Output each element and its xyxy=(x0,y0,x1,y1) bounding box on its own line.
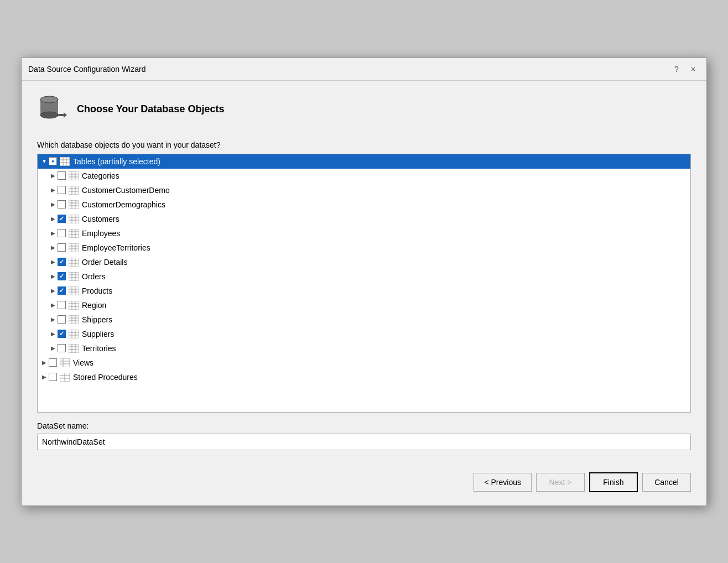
title-bar-buttons: ? × xyxy=(670,62,700,76)
cancel-button[interactable]: Cancel xyxy=(642,473,691,492)
expander-orders[interactable]: ▶ xyxy=(49,272,58,281)
label-orders: Orders xyxy=(82,272,106,281)
finish-button[interactable]: Finish xyxy=(589,472,638,492)
expander-customercustomerdemo[interactable]: ▶ xyxy=(49,186,58,195)
help-button[interactable]: ? xyxy=(670,62,683,76)
svg-rect-16 xyxy=(69,186,79,195)
svg-rect-46 xyxy=(69,272,79,281)
expander-storedprocedures[interactable]: ▶ xyxy=(40,373,49,382)
expander-shippers[interactable]: ▶ xyxy=(49,315,58,324)
dialog-content: Choose Your Database Objects Which datab… xyxy=(22,81,706,461)
tree-item-customercustomerdemo[interactable]: ▶ CustomerCustomerDemo xyxy=(38,183,690,197)
views-icon xyxy=(59,358,70,368)
label-categories: Categories xyxy=(82,171,119,180)
svg-point-2 xyxy=(40,112,58,118)
tree-item-employeeterritories[interactable]: ▶ EmployeeTerritories xyxy=(38,241,690,255)
tree-item-customerdemographics[interactable]: ▶ CustomerDemographics xyxy=(38,197,690,212)
expander-tables[interactable]: ▼ xyxy=(40,157,49,166)
checkbox-customerdemographics[interactable] xyxy=(58,200,66,208)
checkbox-employeeterritories[interactable] xyxy=(58,243,66,252)
expander-views[interactable]: ▶ xyxy=(40,358,49,367)
checkbox-shippers[interactable] xyxy=(58,315,66,324)
checkbox-products[interactable] xyxy=(58,286,66,295)
expander-customers[interactable]: ▶ xyxy=(49,215,58,223)
expander-employees[interactable]: ▶ xyxy=(49,229,58,238)
storedprocedures-icon xyxy=(59,372,70,382)
expander-categories[interactable]: ▶ xyxy=(49,171,58,180)
tree-item-territories[interactable]: ▶ Territories xyxy=(38,341,690,356)
next-button[interactable]: Next > xyxy=(536,473,585,492)
database-icon xyxy=(37,94,68,125)
label-customers: Customers xyxy=(82,215,119,223)
previous-button[interactable]: < Previous xyxy=(474,473,532,492)
checkbox-customers[interactable] xyxy=(58,215,66,223)
checkbox-employees[interactable] xyxy=(58,229,66,237)
svg-rect-71 xyxy=(69,344,79,353)
table-icon-suppliers xyxy=(68,329,79,339)
tree-item-orderdetails[interactable]: ▶ Order Details xyxy=(38,255,690,269)
dataset-section: DataSet name: xyxy=(37,421,691,450)
tree-item-views[interactable]: ▶ Views xyxy=(38,356,690,370)
table-icon-orders xyxy=(68,272,79,282)
dialog-footer: < Previous Next > Finish Cancel xyxy=(22,461,706,505)
table-icon-customerdemographics xyxy=(68,200,79,210)
tree-item-employees[interactable]: ▶ Employees xyxy=(38,226,690,241)
table-icon-customercustomerdemo xyxy=(68,185,79,195)
tables-icon xyxy=(59,157,70,166)
label-shippers: Shippers xyxy=(82,315,112,324)
svg-rect-76 xyxy=(60,358,70,367)
dataset-label: DataSet name: xyxy=(37,421,691,430)
svg-rect-11 xyxy=(69,171,79,180)
dataset-name-input[interactable] xyxy=(37,434,691,450)
label-region: Region xyxy=(82,301,106,310)
checkbox-categories[interactable] xyxy=(58,171,66,180)
label-customercustomerdemo: CustomerCustomerDemo xyxy=(82,186,170,195)
expander-territories[interactable]: ▶ xyxy=(49,344,58,353)
dialog-window: Data Source Configuration Wizard ? × xyxy=(21,58,707,506)
tables-label: Tables (partially selected) xyxy=(73,157,160,166)
expander-orderdetails[interactable]: ▶ xyxy=(49,258,58,267)
checkbox-views[interactable] xyxy=(49,358,57,367)
svg-rect-36 xyxy=(69,243,79,252)
table-icon-employeeterritories xyxy=(68,243,79,253)
tree-item-shippers[interactable]: ▶ Shippers xyxy=(38,312,690,327)
tree-item-products[interactable]: ▶ Products xyxy=(38,284,690,298)
svg-rect-6 xyxy=(60,157,70,166)
question-label: Which database objects do you want in yo… xyxy=(37,140,691,149)
tree-root-tables[interactable]: ▼ Tables (partially selected) xyxy=(38,154,690,169)
tree-item-categories[interactable]: ▶ Categories xyxy=(38,169,690,183)
checkbox-customercustomerdemo[interactable] xyxy=(58,186,66,194)
tree-item-customers[interactable]: ▶ Customers xyxy=(38,212,690,226)
header-area: Choose Your Database Objects xyxy=(37,94,691,125)
database-objects-tree[interactable]: ▼ Tables (partially selected) ▶ xyxy=(37,154,691,413)
tree-item-region[interactable]: ▶ Region xyxy=(38,298,690,312)
svg-rect-21 xyxy=(69,200,79,209)
checkbox-orders[interactable] xyxy=(58,272,66,280)
svg-rect-66 xyxy=(69,330,79,338)
table-icon-categories xyxy=(68,171,79,181)
expander-products[interactable]: ▶ xyxy=(49,286,58,295)
tree-item-storedprocedures[interactable]: ▶ Stored Procedures xyxy=(38,370,690,384)
label-products: Products xyxy=(82,286,112,295)
expander-customerdemographics[interactable]: ▶ xyxy=(49,200,58,209)
table-icon-shippers xyxy=(68,315,79,325)
expander-suppliers[interactable]: ▶ xyxy=(49,330,58,338)
tree-item-orders[interactable]: ▶ Orders xyxy=(38,269,690,284)
checkbox-orderdetails[interactable] xyxy=(58,258,66,266)
expander-employeeterritories[interactable]: ▶ xyxy=(49,243,58,252)
checkbox-storedprocedures[interactable] xyxy=(49,373,57,381)
tree-item-suppliers[interactable]: ▶ Suppliers xyxy=(38,327,690,341)
checkbox-tables[interactable] xyxy=(49,157,57,165)
checkbox-suppliers[interactable] xyxy=(58,330,66,338)
svg-rect-41 xyxy=(69,258,79,267)
svg-rect-31 xyxy=(69,229,79,238)
label-views: Views xyxy=(73,358,93,367)
table-icon-region xyxy=(68,300,79,310)
close-button[interactable]: × xyxy=(687,62,700,76)
expander-region[interactable]: ▶ xyxy=(49,301,58,310)
label-territories: Territories xyxy=(82,344,116,353)
svg-rect-26 xyxy=(69,215,79,223)
svg-rect-4 xyxy=(58,114,64,116)
checkbox-territories[interactable] xyxy=(58,344,66,352)
checkbox-region[interactable] xyxy=(58,301,66,309)
